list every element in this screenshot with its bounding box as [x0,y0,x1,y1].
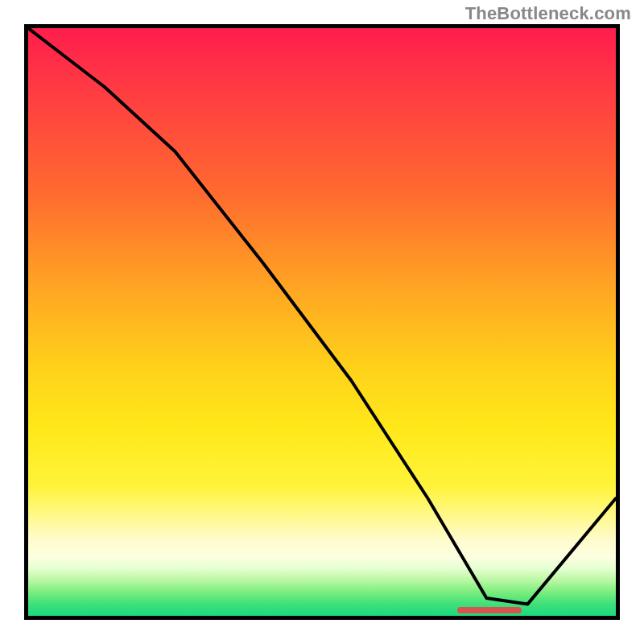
plot-frame [24,24,620,620]
line-curve [28,28,616,616]
chart-root: TheBottleneck.com [0,0,644,644]
watermark-text: TheBottleneck.com [465,3,631,24]
curve-path [28,28,616,604]
bottleneck-marker [457,607,522,613]
